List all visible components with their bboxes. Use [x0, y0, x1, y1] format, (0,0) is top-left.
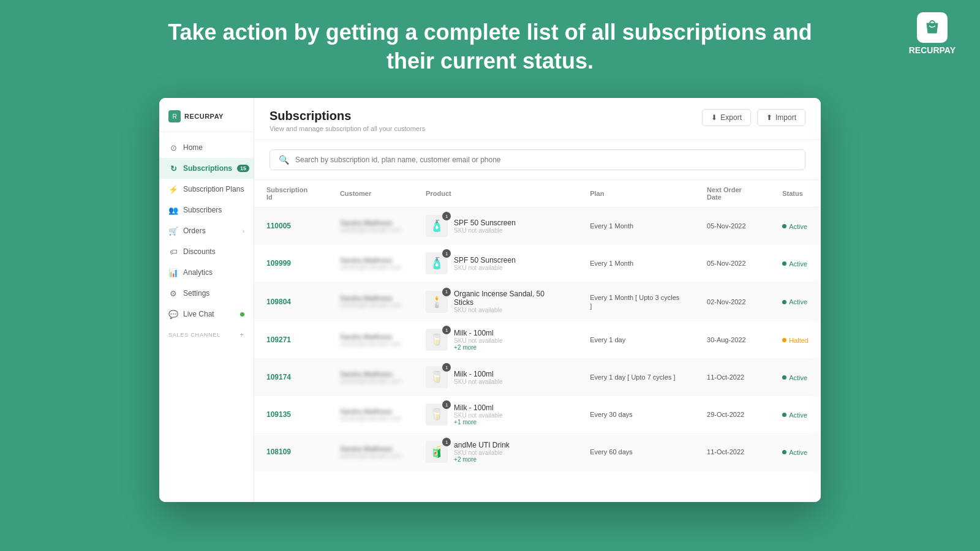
customer-email: sandra@example.com: [340, 302, 401, 309]
subscription-id[interactable]: 109804: [266, 298, 291, 306]
product-name: SPF 50 Sunscreen: [454, 256, 516, 264]
sales-channel-plus-icon[interactable]: +: [239, 331, 244, 339]
discounts-icon: 🏷: [168, 247, 178, 257]
status-badge: Active: [782, 374, 807, 381]
search-icon: 🔍: [279, 155, 289, 165]
table-row[interactable]: 109804 Sandra Matthews sandra@example.co…: [254, 282, 821, 321]
sidebar-label-discounts: Discounts: [183, 247, 216, 256]
more-products-link[interactable]: +1 more: [454, 419, 503, 425]
customer-email: sandra@example.com: [340, 340, 401, 347]
sidebar-item-orders[interactable]: 🛒 Orders ›: [159, 220, 254, 241]
search-box: 🔍: [270, 149, 805, 170]
product-cell: 🥛 1 Milk - 100ml SKU not available: [426, 366, 565, 388]
page-header: Subscriptions View and manage subscripti…: [254, 98, 821, 140]
subscription-id[interactable]: 109174: [266, 373, 291, 381]
sidebar-brand: R RECURPAY: [159, 107, 254, 132]
product-count-badge: 1: [442, 326, 451, 334]
sidebar: R RECURPAY ⊙ Home ↻ Subscriptions 15 ⚡ S…: [159, 98, 254, 502]
sales-channel-label: SALES CHANNEL: [168, 332, 221, 338]
table-row[interactable]: 109999 Sandra Matthews sandra@example.co…: [254, 245, 821, 282]
customer-name: Sandra Matthews: [340, 445, 401, 452]
subscription-id[interactable]: 109135: [266, 410, 291, 419]
col-product: Product: [413, 180, 578, 208]
product-count-badge: 1: [442, 212, 451, 220]
product-count-badge: 1: [442, 288, 451, 296]
next-order-date: 30-Aug-2022: [707, 336, 746, 343]
product-name: Organic Incense Sandal, 50 Sticks: [454, 290, 565, 307]
sidebar-item-subscriptions[interactable]: ↻ Subscriptions 15: [159, 158, 254, 179]
page-subtitle: View and manage subscription of all your…: [270, 125, 425, 132]
product-image: 🧴 1: [426, 252, 448, 274]
product-image: 🥛 1: [426, 329, 448, 351]
product-count-badge: 1: [442, 249, 451, 258]
col-next-order: Next Order Date: [695, 180, 770, 208]
table-row[interactable]: 108109 Sandra Matthews sandra@example.co…: [254, 433, 821, 471]
product-name: Milk - 100ml: [454, 403, 503, 412]
subscription-id[interactable]: 109999: [266, 259, 291, 268]
sidebar-item-subscription-plans[interactable]: ⚡ Subscription Plans: [159, 179, 254, 200]
plans-icon: ⚡: [168, 184, 178, 194]
subscription-id[interactable]: 108109: [266, 448, 291, 456]
import-button[interactable]: ⬆ Import: [757, 109, 805, 126]
customer-email: sandra@example.com: [340, 452, 401, 459]
product-count-badge: 1: [442, 363, 451, 372]
subscribers-icon: 👥: [168, 205, 178, 215]
page-title: Subscriptions: [270, 109, 425, 123]
hero-line1: Take action by getting a complete list o…: [168, 20, 812, 45]
status-dot: [782, 450, 786, 454]
product-image: 🥛 1: [426, 403, 448, 425]
next-order-date: 05-Nov-2022: [707, 260, 746, 267]
status-badge: Active: [782, 449, 807, 456]
product-image: 🕯️ 1: [426, 291, 448, 313]
sidebar-label-plans: Subscription Plans: [183, 185, 244, 193]
plan-text: Every 60 days: [590, 448, 633, 455]
more-products-link[interactable]: +2 more: [454, 344, 503, 351]
subscription-id[interactable]: 109271: [266, 335, 291, 344]
sidebar-label-home: Home: [183, 143, 203, 152]
product-cell: 🥛 1 Milk - 100ml SKU not available +1 mo…: [426, 403, 565, 425]
search-input[interactable]: [295, 156, 796, 164]
product-name: andMe UTI Drink: [454, 441, 510, 449]
sidebar-item-subscribers[interactable]: 👥 Subscribers: [159, 200, 254, 220]
sidebar-item-discounts[interactable]: 🏷 Discounts: [159, 241, 254, 262]
col-status: Status: [770, 180, 821, 208]
product-sku: SKU not available: [454, 378, 503, 385]
sidebar-label-settings: Settings: [183, 289, 209, 298]
product-sku: SKU not available: [454, 227, 516, 234]
status-dot: [782, 224, 786, 228]
table-row[interactable]: 109271 Sandra Matthews sandra@example.co…: [254, 321, 821, 359]
status-dot: [782, 338, 786, 342]
product-name: Milk - 100ml: [454, 370, 503, 378]
product-sku: SKU not available: [454, 412, 503, 419]
hero-line2: their current status.: [386, 48, 594, 73]
product-sku: SKU not available: [454, 337, 503, 344]
customer-name: Sandra Matthews: [340, 408, 401, 415]
table-row[interactable]: 109174 Sandra Matthews sandra@example.co…: [254, 359, 821, 396]
product-sku: SKU not available: [454, 307, 565, 313]
export-button[interactable]: ⬇ Export: [702, 109, 751, 126]
sidebar-item-settings[interactable]: ⚙ Settings: [159, 283, 254, 304]
status-dot: [782, 413, 786, 417]
product-cell: 🧃 1 andMe UTI Drink SKU not available +2…: [426, 441, 565, 463]
main-content: Subscriptions View and manage subscripti…: [254, 98, 821, 502]
sidebar-label-subscriptions: Subscriptions: [183, 164, 232, 173]
product-count-badge: 1: [442, 400, 451, 409]
col-customer: Customer: [328, 180, 413, 208]
subscription-id[interactable]: 110005: [266, 222, 291, 230]
table-row[interactable]: 109135 Sandra Matthews sandra@example.co…: [254, 396, 821, 433]
product-sku: SKU not available: [454, 449, 510, 456]
subscriptions-badge: 15: [237, 165, 249, 172]
table-row[interactable]: 110005 Sandra Matthews sandra@example.co…: [254, 208, 821, 245]
sidebar-item-home[interactable]: ⊙ Home: [159, 137, 254, 158]
sidebar-item-analytics[interactable]: 📊 Analytics: [159, 262, 254, 283]
product-count-badge: 1: [442, 438, 451, 446]
plan-text: Every 1 Month: [590, 222, 633, 230]
orders-icon: 🛒: [168, 226, 178, 236]
product-image: 🧴 1: [426, 215, 448, 237]
more-products-link[interactable]: +2 more: [454, 456, 510, 463]
recurpay-brand-name: RECURPAY: [909, 45, 956, 55]
product-image: 🧃 1: [426, 441, 448, 463]
import-icon: ⬆: [766, 113, 772, 122]
sidebar-item-live-chat[interactable]: 💬 Live Chat: [159, 304, 254, 324]
app-window: R RECURPAY ⊙ Home ↻ Subscriptions 15 ⚡ S…: [159, 98, 821, 502]
